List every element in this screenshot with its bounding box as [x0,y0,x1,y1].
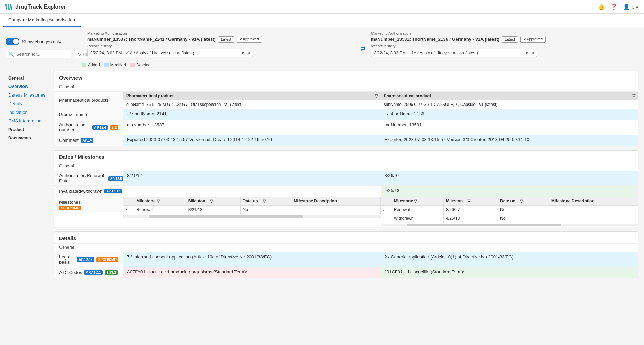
sections-area: Overview General Pharmaceutical products… [54,71,638,278]
ma-right-section: Marketing Authorisation maNumber_13531: … [371,31,639,57]
milestones-right-milestone-1: Renewal [392,206,444,214]
logo-bar-1 [5,3,7,10]
show-changes-toggle[interactable]: ✓ [6,38,19,45]
atc-codes-tag-apatc1: AP.ATC.1 [84,270,103,275]
sidebar-section-documents: Documents [6,134,54,142]
legend: Added Modified Deleted [82,63,638,67]
swap-icon[interactable]: ⇄ [360,45,366,53]
dateun-r-filter-icon[interactable]: ▽ [520,199,523,203]
milestones-right-desc-1 [549,206,638,214]
comment-left: Exported 2023-07-03 13:15:57 Version 5/5… [123,135,381,146]
mileston-r-filter-icon[interactable]: ▽ [467,199,470,203]
sidebar-item-overview[interactable]: Overview [6,82,54,91]
ma-right-title: maNumber_13531: shortName_2136 / Germany… [371,36,639,43]
milestones-right: Milestone ▽ Mileston... ▽ Date un... ▽ M… [381,197,638,227]
milestones-right-expand-2[interactable]: › [381,214,392,223]
ma-left-dropdown-arrow-icon: ▾ [242,51,244,55]
legend-modified: Modified [104,63,126,67]
app-title: drugTrack Explorer [15,4,66,10]
app-logo [6,4,12,10]
milestones-right-th-expand [381,197,392,206]
pharm-left-header: Pharmaceutical product ▽ [123,92,381,100]
tab-compare-ma[interactable]: Compare Marketing Authorisation [3,14,81,27]
pharm-products-row: Pharmaceutical products Pharmaceutical p… [54,91,638,109]
sidebar-item-dates-milestones[interactable]: Dates / Milestones [6,91,54,99]
milestones-tag-spordmp: SPOR/DMP [59,206,81,210]
auth-renewal-tag-ap125: AP.12.5 [108,176,124,181]
milestones-left-scrollbar[interactable] [123,215,381,218]
auth-number-left: maNumber_13537 [123,120,381,135]
comment-label: Comment AP.14 [54,135,123,146]
sidebar: General Overview Dates / Milestones Deta… [6,71,54,278]
milestone-r-filter-icon[interactable]: ▽ [414,199,417,203]
dateun-filter-icon[interactable]: ▽ [263,199,266,203]
milestones-right-th-dateun: Date un... ▽ [498,197,549,206]
overview-section: Overview General Pharmaceutical products… [54,71,638,146]
milestones-right-expand-1[interactable]: › [381,206,392,214]
ma-right-badge-latest[interactable]: Latest [502,36,518,43]
sidebar-item-details[interactable]: Details [6,99,54,108]
search-input[interactable] [16,52,68,57]
auth-number-values: maNumber_13537 maNumber_13531 [123,120,638,135]
milestones-right-table: Milestone ▽ Mileston... ▽ Date un... ▽ M… [381,197,638,223]
legend-deleted-dot [130,63,135,67]
mileston-filter-icon[interactable]: ▽ [210,199,213,203]
milestones-right-date-2: 4/25/13 [444,214,498,223]
milestone-filter-icon[interactable]: ▽ [157,199,160,203]
user-icon[interactable]: 👤 piv [623,3,638,10]
sidebar-item-indication[interactable]: Indication [6,108,54,117]
ma-right-expand-icon[interactable]: ⊞ [531,51,534,55]
auth-renewal-row: Authorisation/Renewal Date AP.12.5 8/21/… [54,171,638,185]
product-name-row: Product name - / shortName_2141 - / shor… [54,109,638,120]
legal-basis-right: 2 / Generic application (Article 10(1) o… [381,252,638,267]
show-changes-toggle-row: ✓ Show changes only [6,38,82,45]
ma-left-badge-approved[interactable]: ✓Approved [237,36,262,43]
auth-renewal-left: 8/21/12 [123,171,381,185]
milestones-content: Milestone ▽ Mileston... ▽ Date un... ▽ M… [123,197,638,227]
help-icon[interactable]: ❓ [610,3,617,10]
milestones-left-expand-1[interactable]: › [123,206,134,214]
pharm-left-filter-icon[interactable]: ▽ [375,93,378,98]
pharm-products-label: Pharmaceutical products [54,92,123,109]
milestones-left-milestone-1: Renewal [134,206,186,214]
legal-basis-values: 7 / Informed consent application (Articl… [123,252,638,267]
ma-left-record-history-select[interactable]: 3/22/24, 3:02 PM - v1A / Apply of Lifecy… [87,49,253,57]
legal-basis-row: Legal basis AP.12.13 SPOR/DMP 7 / Inform… [54,252,638,267]
product-name-right: - / shortName_2136 [381,109,638,120]
top-controls: ✓ Show changes only 🔍 ▽ Filters ▾ Market… [6,31,638,58]
ma-left-badge-latest[interactable]: Latest [218,36,234,43]
ma-right-record-history-label: Record history [371,44,639,48]
pharm-products-values: Pharmaceutical product ▽ subName_7615 25… [123,92,638,109]
ma-left-expand-icon[interactable]: ⊞ [247,51,250,55]
milestones-left-th-desc: Milestone Description [292,197,380,206]
comment-row: Comment AP.14 Exported 2023-07-03 13:15:… [54,135,638,146]
milestones-right-scrollbar[interactable] [381,224,638,226]
details-title: Details [54,232,638,244]
tab-bar: Compare Marketing Authorisation [0,14,644,27]
milestones-left-th-dateun: Date un... ▽ [240,197,292,206]
notification-icon[interactable]: 🔔 [598,3,605,10]
legal-basis-left: 7 / Informed consent application (Articl… [123,252,381,267]
ma-right-record-history-select[interactable]: 3/22/24, 3:02 PM - v1A / Apply of Lifecy… [371,49,537,57]
sidebar-section-general: General [6,74,54,82]
pharm-right-filter-icon[interactable]: ▽ [632,93,635,98]
auth-renewal-label: Authorisation/Renewal Date AP.12.5 [54,171,123,185]
milestones-right-th-desc: Milestone Description [549,197,638,206]
pharm-left: Pharmaceutical product ▽ subName_7615 25… [123,92,381,109]
dates-milestones-section: Dates / Milestones General Authorisation… [54,150,638,227]
atc-codes-values: A07FA01 - lactic acid producing organism… [123,267,638,278]
overview-general-label: General [54,83,638,91]
pharm-right-row: subName_7596 0.27 G / 1{CAPSULE} / , Cap… [381,100,638,109]
comment-tag-ap14: AP.14 [81,138,93,143]
milestones-left-row-1: › Renewal 8/21/12 No [123,206,380,214]
ma-right-label: Marketing Authorisation [371,31,639,35]
ma-left-section: Marketing Authorisation maNumber_13537: … [87,31,355,57]
milestones-row: Milestones SPOR/DMP Milestone ▽ [54,197,638,227]
legend-modified-dot [104,63,109,67]
milestones-left-th-expand [123,197,134,206]
sidebar-item-ema-information[interactable]: EMA Information [6,117,54,125]
overview-title: Overview [54,71,638,83]
ma-right-badge-approved[interactable]: ✓Approved [520,36,546,43]
invalidated-tag-ap1212: AP.12.12 [104,189,122,193]
dates-milestones-title: Dates / Milestones [54,151,638,162]
